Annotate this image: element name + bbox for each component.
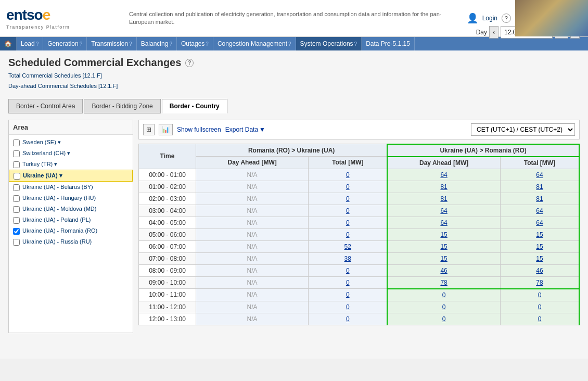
ua-da-link[interactable]: 46 [440, 267, 447, 274]
label-ua-by[interactable]: Ukraine (UA) - Belarus (BY) [22, 183, 93, 190]
ua-da-link[interactable]: 0 [442, 303, 446, 311]
nav-generation-help[interactable]: ? [80, 41, 83, 47]
timezone-select[interactable]: CET (UTC+1) / CEST (UTC+2) UTC [471, 123, 575, 136]
ro-total-link[interactable]: 0 [346, 279, 350, 286]
login-link[interactable]: Login [482, 15, 497, 22]
table-row-ro-total[interactable]: 0 [309, 276, 387, 289]
nav-transmission-help[interactable]: ? [129, 41, 132, 47]
nav-load-help[interactable]: ? [36, 41, 39, 47]
table-row-ua-total[interactable]: 81 [500, 181, 579, 193]
table-row-ro-total[interactable]: 0 [309, 228, 387, 240]
ua-da-link[interactable]: 15 [440, 255, 447, 262]
checkbox-ua[interactable] [14, 173, 20, 180]
tab-border-bidding-zone[interactable]: Border - Bidding Zone [84, 99, 160, 113]
nav-congestion-management[interactable]: Congestion Management ? [213, 37, 296, 50]
checkbox-ua-ro[interactable] [13, 228, 20, 235]
nav-generation[interactable]: Generation ? [43, 37, 87, 50]
nav-home-button[interactable]: 🏠 [0, 37, 17, 50]
tab-border-country[interactable]: Border - Country [162, 99, 227, 113]
table-row-ro-total[interactable]: 0 [309, 181, 387, 193]
table-row-ua-total[interactable]: 0 [500, 289, 579, 301]
checkbox-ua-pl[interactable] [13, 217, 20, 224]
table-row-ua-da[interactable]: 0 [387, 301, 500, 313]
grid-view-button[interactable]: ⊞ [143, 124, 155, 135]
label-ua-pl[interactable]: Ukraine (UA) - Poland (PL) [22, 216, 91, 223]
tab-border-control-area[interactable]: Border - Control Area [8, 99, 83, 113]
header-help-button[interactable]: ? [502, 14, 511, 23]
ua-total-link[interactable]: 46 [536, 267, 543, 274]
nav-load[interactable]: Load ? [17, 37, 43, 50]
table-row-ro-total[interactable]: 52 [309, 240, 387, 252]
table-row-ua-da[interactable]: 15 [387, 240, 500, 252]
ua-da-link[interactable]: 81 [440, 195, 447, 202]
nav-outages[interactable]: Outages ? [177, 37, 213, 50]
table-row-ua-total[interactable]: 46 [500, 264, 579, 276]
nav-balancing[interactable]: Balancing ? [137, 37, 177, 50]
ua-total-link[interactable]: 64 [536, 171, 543, 179]
table-row-ro-total[interactable]: 0 [309, 217, 387, 228]
ro-total-link[interactable]: 0 [346, 231, 350, 238]
table-row-ua-total[interactable]: 15 [500, 240, 579, 252]
ua-total-link[interactable]: 15 [536, 231, 543, 238]
ro-total-link[interactable]: 0 [346, 267, 350, 274]
table-row-ua-total[interactable]: 0 [500, 301, 579, 313]
nav-transmission[interactable]: Transmission ? [87, 37, 136, 50]
checkbox-ua-hu[interactable] [13, 195, 20, 202]
table-row-ua-da[interactable]: 64 [387, 205, 500, 217]
show-fullscreen-link[interactable]: Show fullscreen [177, 126, 221, 133]
label-ua-hu[interactable]: Ukraine (UA) - Hungary (HU) [22, 194, 96, 201]
checkbox-ua-by[interactable] [13, 184, 20, 191]
ro-total-link[interactable]: 0 [346, 315, 350, 323]
ro-total-link[interactable]: 52 [344, 243, 351, 250]
ua-total-link[interactable]: 81 [536, 183, 543, 190]
ro-total-link[interactable]: 0 [346, 183, 350, 190]
ro-total-link[interactable]: 0 [346, 303, 350, 311]
table-row-ua-total[interactable]: 64 [500, 205, 579, 217]
label-tr[interactable]: Turkey (TR) ▾ [22, 160, 57, 168]
ua-da-link[interactable]: 0 [442, 315, 446, 323]
table-row-ua-da[interactable]: 78 [387, 276, 500, 289]
ua-total-link[interactable]: 0 [538, 303, 542, 311]
ua-da-link[interactable]: 64 [440, 207, 447, 214]
ua-da-link[interactable]: 15 [440, 231, 447, 238]
sidebar-content[interactable]: Sweden (SE) ▾ Switzerland (CH) ▾ Turkey … [9, 135, 133, 333]
table-row-ua-total[interactable]: 81 [500, 193, 579, 205]
nav-outages-help[interactable]: ? [206, 41, 209, 47]
table-row-ro-total[interactable]: 0 [309, 205, 387, 217]
export-data-button[interactable]: Export Data ▼ [225, 126, 265, 133]
table-row-ro-total[interactable]: 0 [309, 169, 387, 181]
label-ua-ro[interactable]: Ukraine (UA) - Romania (RO) [22, 227, 97, 234]
ua-total-link[interactable]: 0 [538, 315, 542, 323]
ua-da-link[interactable]: 15 [440, 243, 447, 250]
ua-total-link[interactable]: 15 [536, 255, 543, 262]
table-row-ro-total[interactable]: 38 [309, 252, 387, 264]
table-row-ro-total[interactable]: 0 [309, 289, 387, 301]
table-row-ua-da[interactable]: 81 [387, 193, 500, 205]
label-ua-ru[interactable]: Ukraine (UA) - Russia (RU) [22, 238, 92, 245]
page-title-help-button[interactable]: ? [185, 59, 194, 67]
table-row-ro-total[interactable]: 0 [309, 301, 387, 313]
ua-da-link[interactable]: 78 [440, 279, 447, 286]
nav-congestion-help[interactable]: ? [288, 41, 291, 47]
nav-data-pre[interactable]: Data Pre-5.1.15 [362, 37, 415, 50]
table-row-ua-total[interactable]: 64 [500, 169, 579, 181]
ua-da-link[interactable]: 64 [440, 219, 447, 226]
table-row-ua-da[interactable]: 0 [387, 289, 500, 301]
label-ua[interactable]: Ukraine (UA) ▾ [23, 172, 62, 179]
table-row-ua-da[interactable]: 15 [387, 252, 500, 264]
checkbox-ua-md[interactable] [13, 206, 20, 213]
ua-da-link[interactable]: 81 [440, 183, 447, 190]
label-ua-md[interactable]: Ukraine (UA) - Moldova (MD) [22, 205, 96, 212]
checkbox-ua-ru[interactable] [13, 239, 20, 246]
table-row-ua-total[interactable]: 0 [500, 313, 579, 325]
table-row-ua-da[interactable]: 64 [387, 217, 500, 228]
ua-total-link[interactable]: 15 [536, 243, 543, 250]
table-row-ro-total[interactable]: 0 [309, 313, 387, 325]
nav-balancing-help[interactable]: ? [169, 41, 172, 47]
table-row-ua-total[interactable]: 78 [500, 276, 579, 289]
table-row-ua-total[interactable]: 64 [500, 217, 579, 228]
ua-total-link[interactable]: 0 [538, 291, 542, 299]
ro-total-link[interactable]: 38 [344, 255, 351, 262]
table-row-ua-da[interactable]: 64 [387, 169, 500, 181]
ua-da-link[interactable]: 64 [440, 171, 447, 179]
